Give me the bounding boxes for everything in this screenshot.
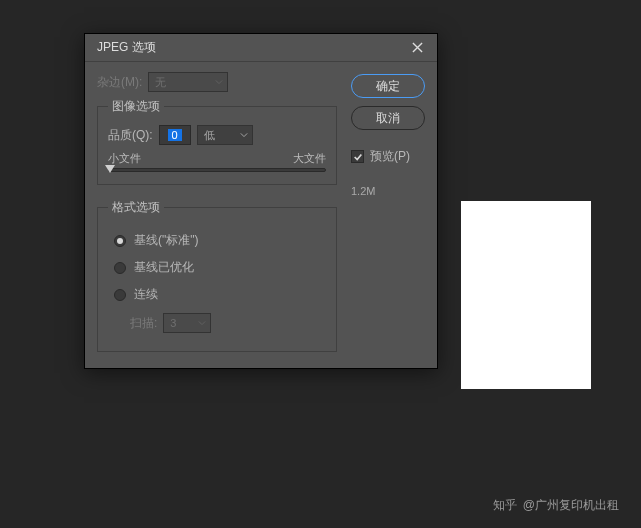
quality-input[interactable]: 0 — [159, 125, 191, 145]
preview-checkbox-row[interactable]: 预览(P) — [351, 148, 425, 165]
quality-preset-value: 低 — [204, 128, 215, 143]
radio-baseline-label: 基线("标准") — [134, 232, 199, 249]
slider-min-label: 小文件 — [108, 151, 141, 166]
radio-icon — [114, 289, 126, 301]
radio-icon — [114, 262, 126, 274]
scans-dropdown: 3 — [163, 313, 211, 333]
slider-max-label: 大文件 — [293, 151, 326, 166]
matte-label: 杂边(M): — [97, 74, 142, 91]
quality-preset-dropdown[interactable]: 低 — [197, 125, 253, 145]
scans-label: 扫描: — [130, 315, 157, 332]
quality-label: 品质(Q): — [108, 127, 153, 144]
dialog-titlebar[interactable]: JPEG 选项 — [85, 34, 437, 62]
matte-dropdown: 无 — [148, 72, 228, 92]
radio-optimized-label: 基线已优化 — [134, 259, 194, 276]
watermark-author: @广州复印机出租 — [523, 497, 619, 514]
ok-button-label: 确定 — [376, 78, 400, 95]
radio-icon — [114, 235, 126, 247]
ok-button[interactable]: 确定 — [351, 74, 425, 98]
preview-pane — [461, 201, 591, 389]
chevron-down-icon — [198, 317, 206, 329]
format-options-legend: 格式选项 — [108, 199, 164, 216]
close-icon — [412, 42, 423, 53]
slider-thumb[interactable] — [105, 165, 115, 173]
format-options-group: 格式选项 基线("标准") 基线已优化 连续 扫描: 3 — [97, 199, 337, 352]
radio-optimized[interactable]: 基线已优化 — [114, 259, 326, 276]
chevron-down-icon — [215, 76, 223, 88]
cancel-button-label: 取消 — [376, 110, 400, 127]
dialog-title: JPEG 选项 — [97, 39, 156, 56]
watermark-brand: 知乎 — [493, 497, 517, 514]
image-options-group: 图像选项 品质(Q): 0 低 小文件 大文件 — [97, 98, 337, 185]
cancel-button[interactable]: 取消 — [351, 106, 425, 130]
image-options-legend: 图像选项 — [108, 98, 164, 115]
preview-label: 预览(P) — [370, 148, 410, 165]
radio-progressive-label: 连续 — [134, 286, 158, 303]
jpeg-options-dialog: JPEG 选项 杂边(M): 无 图像选项 品质(Q): 0 — [84, 33, 438, 369]
matte-value: 无 — [155, 75, 166, 90]
radio-baseline[interactable]: 基线("标准") — [114, 232, 326, 249]
chevron-down-icon — [240, 129, 248, 141]
quality-slider[interactable] — [108, 168, 326, 172]
radio-progressive[interactable]: 连续 — [114, 286, 326, 303]
scans-value: 3 — [170, 317, 176, 329]
close-button[interactable] — [405, 36, 429, 60]
checkbox-icon — [351, 150, 364, 163]
quality-value: 0 — [168, 129, 182, 141]
filesize-readout: 1.2M — [351, 185, 425, 197]
watermark: 知乎 @广州复印机出租 — [493, 497, 619, 514]
